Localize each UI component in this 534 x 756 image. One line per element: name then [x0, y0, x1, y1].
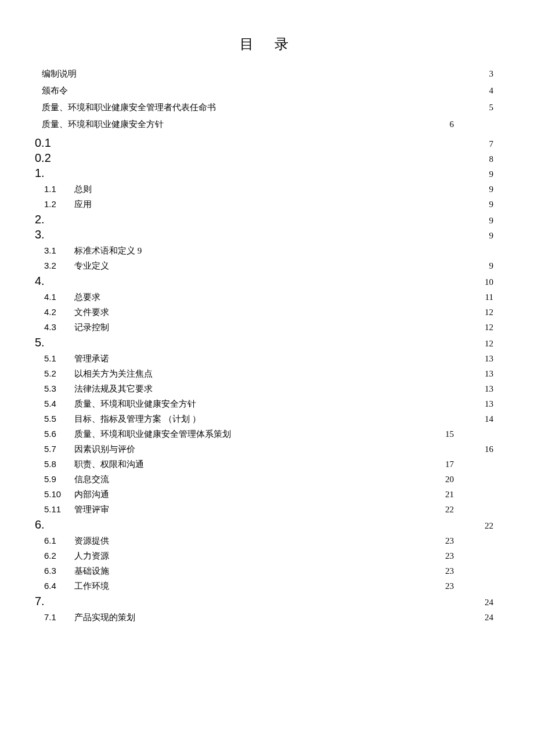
toc-sub-row: 7.1产品实现的策划24: [35, 613, 493, 622]
toc-heading-number: 1.: [35, 167, 70, 179]
toc-heading-row: 1.9: [35, 167, 493, 179]
toc-sub-number: 1.2: [44, 200, 74, 208]
toc-sub-label: 目标、指标及管理方案 （计划 ）: [74, 415, 201, 424]
front-label: 编制说明: [42, 70, 77, 78]
page-number: 9: [470, 200, 493, 209]
toc-sub-label: 信息交流: [74, 475, 109, 484]
page-number: 12: [470, 323, 493, 332]
front-row: 质量、环境和职业健康安全方针6: [35, 120, 493, 129]
toc-sub-number: 5.6: [44, 429, 74, 438]
toc-sub-row: 5.7因素识别与评价16: [35, 444, 493, 454]
toc-sub-label: 以相关方为关注焦点: [74, 370, 153, 378]
page-number: 13: [470, 355, 493, 363]
toc-heading-number: 3.: [35, 229, 70, 240]
page-number: 20: [431, 475, 454, 484]
front-row: 编制说明3: [35, 70, 493, 78]
toc-sub-row: 6.4工作环境23: [35, 581, 493, 591]
toc-sub-number: 5.2: [44, 369, 74, 378]
toc-heading-number: 6.: [35, 519, 70, 530]
page-number: 23: [431, 537, 454, 545]
toc-sub-number: 5.3: [44, 384, 74, 393]
page-number: 17: [431, 460, 454, 469]
toc-heading-number: 7.: [35, 595, 70, 607]
page-number: 23: [431, 552, 454, 560]
toc-sub-label: 基础设施: [74, 567, 109, 576]
toc-sub-label: 管理承诺: [74, 355, 109, 363]
toc-sub-number: 4.3: [44, 323, 74, 331]
toc-sub-label: 总要求: [74, 293, 100, 302]
page-number: 11: [470, 293, 493, 302]
page-number: 12: [470, 308, 493, 317]
page-number: 24: [470, 613, 493, 622]
toc-heading-row: 5.12: [35, 337, 493, 348]
toc-sub-row: 5.8职责、权限和沟通17: [35, 460, 493, 469]
toc-sub-row: 4.2文件要求12: [35, 308, 493, 317]
front-row: 颁布令4: [35, 86, 493, 95]
toc-heading-row: 0.28: [35, 152, 493, 164]
page-number: 13: [470, 370, 493, 378]
toc-sub-label: 质量、环境和职业健康安全方针: [74, 400, 196, 408]
page-number: 15: [431, 430, 454, 439]
toc-heading-row: 2.9: [35, 214, 493, 225]
page-number: 8: [470, 155, 493, 164]
toc-sub-number: 1.1: [44, 185, 74, 193]
front-label: 颁布令: [42, 86, 68, 95]
page-number: 5: [470, 103, 493, 112]
toc-sub-number: 5.4: [44, 399, 74, 408]
front-label: 质量、环境和职业健康安全方针: [42, 120, 164, 129]
toc-sub-number: 4.2: [44, 308, 74, 316]
toc-sub-row: 1.1总则9: [35, 185, 493, 194]
toc-sub-row: 5.2以相关方为关注焦点13: [35, 369, 493, 378]
toc-sub-label: 资源提供: [74, 537, 109, 545]
toc-heading-number: 0.2: [35, 152, 70, 164]
front-row: 质量、环境和职业健康安全管理者代表任命书5: [35, 103, 493, 112]
toc-sub-number: 6.1: [44, 536, 74, 545]
toc-heading-number: 2.: [35, 214, 70, 225]
toc-sub-number: 4.1: [44, 292, 74, 301]
toc-sub-label: 质量、环境和职业健康安全管理体系策划: [74, 430, 231, 439]
toc-sub-number: 5.10: [44, 490, 74, 498]
toc-sub-label: 应用: [74, 200, 92, 209]
page-number: 9: [470, 231, 493, 240]
toc-heading-row: 0.17: [35, 137, 493, 149]
toc-sub-number: 5.11: [44, 505, 74, 513]
front-matter-list: 编制说明3颁布令4质量、环境和职业健康安全管理者代表任命书5质量、环境和职业健康…: [35, 70, 493, 129]
toc-sub-number: 5.1: [44, 354, 74, 363]
toc-heading-row: 3.9: [35, 229, 493, 240]
page-number: 14: [470, 415, 493, 424]
toc-sub-label: 总则: [74, 185, 92, 194]
page-number: 21: [431, 490, 454, 499]
toc-heading-row: 7.24: [35, 595, 493, 607]
page-number: 9: [470, 262, 493, 270]
toc-sub-row: 4.3记录控制12: [35, 323, 493, 332]
toc-sub-row: 5.9信息交流20: [35, 475, 493, 484]
toc-sub-row: 5.11管理评审22: [35, 505, 493, 514]
toc-sub-row: 6.2人力资源23: [35, 551, 493, 560]
page: 目录 编制说明3颁布令4质量、环境和职业健康安全管理者代表任命书5质量、环境和职…: [0, 0, 534, 661]
toc-sub-label: 专业定义: [74, 262, 109, 270]
toc-list: 0.170.281.91.1总则91.2应用92.93.93.1标准术语和定义 …: [35, 137, 493, 622]
page-number: 9: [470, 185, 493, 194]
toc-sub-label: 管理评审: [74, 505, 109, 514]
toc-sub-label: 职责、权限和沟通: [74, 460, 144, 469]
page-number: 13: [470, 400, 493, 408]
page-number: 7: [470, 140, 493, 149]
toc-sub-number: 5.5: [44, 414, 74, 423]
toc-sub-row: 3.1标准术语和定义 9: [35, 246, 493, 255]
toc-sub-row: 6.3基础设施23: [35, 566, 493, 576]
toc-sub-number: 5.9: [44, 475, 74, 483]
toc-sub-number: 3.1: [44, 246, 74, 255]
toc-sub-label: 记录控制: [74, 323, 109, 332]
toc-sub-number: 5.8: [44, 460, 74, 468]
toc-sub-label: 文件要求: [74, 308, 109, 317]
toc-sub-label: 工作环境: [74, 582, 109, 591]
toc-sub-row: 5.4质量、环境和职业健康安全方针13: [35, 399, 493, 408]
page-number: 23: [431, 582, 454, 591]
toc-sub-label: 内部沟通: [74, 490, 109, 499]
page-number: 22: [431, 505, 454, 514]
page-number: 24: [470, 598, 493, 607]
toc-heading-number: 4.: [35, 275, 70, 287]
toc-title: 目录: [35, 35, 493, 53]
toc-sub-row: 1.2应用9: [35, 200, 493, 209]
page-number: 13: [470, 385, 493, 393]
